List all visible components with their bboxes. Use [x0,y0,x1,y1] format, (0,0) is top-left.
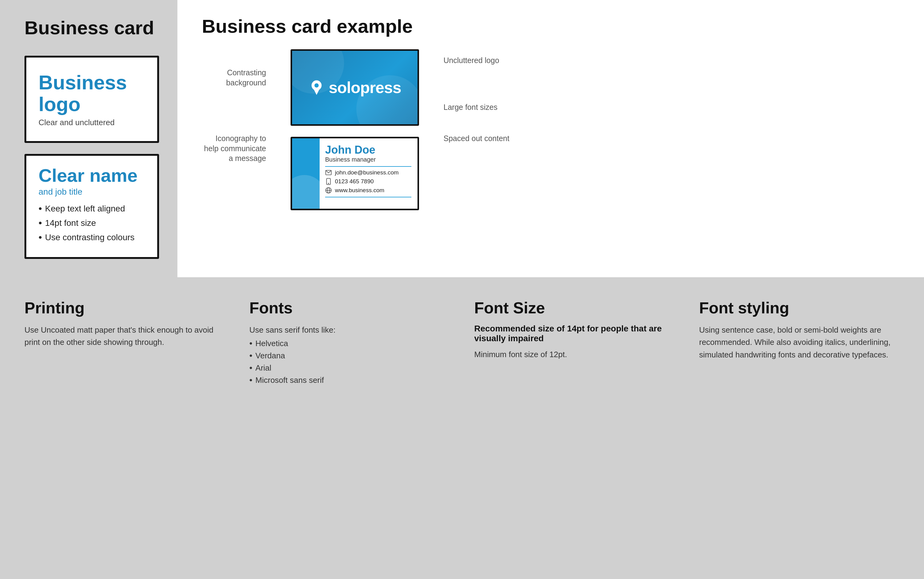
business-card-title: Business card [24,17,159,39]
contact-phone: 0123 465 7890 [335,178,374,185]
annotation-large-font: Large font sizes [443,102,517,112]
font-styling-col: Font styling Using sentence case, bold o… [699,299,900,388]
font-styling-text: Using sentence case, bold or semi-bold w… [699,324,900,361]
font-size-highlight: Recommended size of 14pt for people that… [474,324,675,343]
contact-divider-bottom [325,197,411,197]
solopress-logo: solopress [309,79,401,97]
annotation-spaced: Spaced out content [443,133,517,144]
fonts-title: Fonts [249,299,450,317]
font-size-minimum: Minimum font size of 12pt. [474,348,675,360]
svg-point-5 [328,183,329,183]
tips-list: Keep text left aligned 14pt font size Us… [39,203,145,243]
example-cards-area: Contrastingbackground Iconography tohelp… [202,49,900,210]
contact-blue-stripe [292,138,319,209]
printing-col: Printing Use Uncoated matt paper that's … [24,299,225,388]
solopress-pin-icon [309,80,324,95]
clear-name-title: Clear name [39,165,145,186]
contact-website-row: www.business.com [325,187,411,194]
left-annotations: Contrastingbackground Iconography tohelp… [202,49,266,164]
example-contact-card: John Doe Business manager john.doe@busin… [290,137,419,210]
font-verdana: Verdana [249,351,450,360]
contact-name: John Doe [325,144,411,156]
fonts-col: Fonts Use sans serif fonts like: Helveti… [249,299,450,388]
fonts-list: Helvetica Verdana Arial Microsoft sans s… [249,339,450,385]
font-microsoft: Microsoft sans serif [249,375,450,385]
printing-title: Printing [24,299,225,317]
name-card: Clear name and job title Keep text left … [24,154,159,259]
fonts-intro: Use sans serif fonts like: [249,324,450,336]
font-styling-title: Font styling [699,299,900,317]
font-arial: Arial [249,363,450,373]
contact-divider-top [325,166,411,167]
example-cards-center: solopress John Doe Business manager [290,49,419,210]
contact-info: john.doe@business.com 0123 465 7890 [325,169,411,194]
bullet-contrasting: Use contrasting colours [39,232,145,243]
blue-circle [292,175,319,209]
logo-card-subtitle: Clear and uncluttered [39,118,115,127]
contact-card-content: John Doe Business manager john.doe@busin… [319,138,417,209]
contact-website: www.business.com [335,187,385,194]
example-title: Business card example [202,15,900,37]
right-panel: Business card example Contrastingbackgro… [178,0,924,277]
svg-marker-1 [313,88,319,95]
annotation-iconography: Iconography tohelp communicatea message [202,133,266,164]
job-title-subtitle: and job title [39,187,145,197]
logo-card: Business logo Clear and uncluttered [24,56,159,143]
printing-text: Use Uncoated matt paper that's thick eno… [24,324,225,348]
globe-icon [325,187,332,194]
font-helvetica: Helvetica [249,339,450,348]
left-panel: Business card Business logo Clear and un… [0,0,178,277]
svg-point-2 [315,83,319,88]
contact-phone-row: 0123 465 7890 [325,178,411,185]
annotation-contrasting: Contrastingbackground [202,68,266,88]
font-size-col: Font Size Recommended size of 14pt for p… [474,299,675,388]
right-annotations: Uncluttered logo Large font sizes Spaced… [443,49,517,144]
logo-card-title: Business logo [39,72,145,115]
annotation-uncluttered: Uncluttered logo [443,56,517,65]
contact-email-row: john.doe@business.com [325,169,411,176]
bullet-left-aligned: Keep text left aligned [39,203,145,214]
contact-job-title: Business manager [325,156,411,163]
font-size-title: Font Size [474,299,675,317]
solopress-name: solopress [329,79,401,97]
bottom-section: Printing Use Uncoated matt paper that's … [0,277,924,412]
email-icon [325,169,332,176]
bullet-font-size: 14pt font size [39,217,145,229]
example-logo-card: solopress [290,49,419,126]
phone-icon [325,178,332,185]
contact-email: john.doe@business.com [335,169,399,176]
